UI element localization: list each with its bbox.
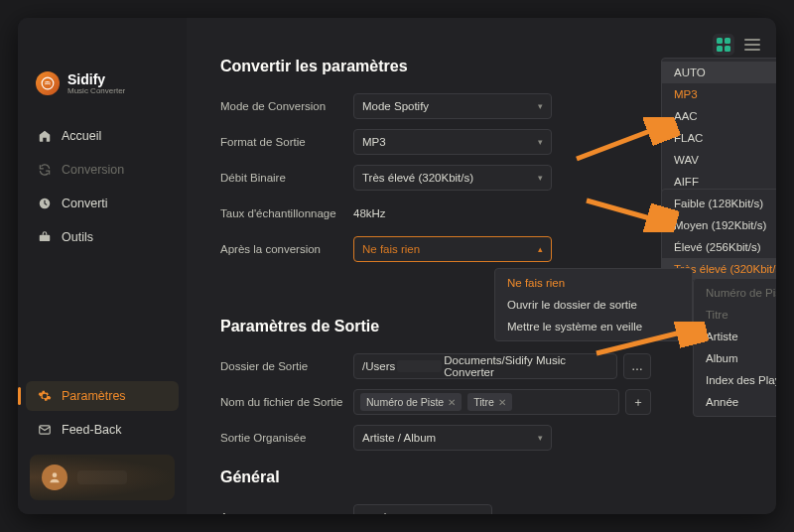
- row-label: Après la conversion: [220, 243, 353, 255]
- settings-panel: Convertir les paramètres Mode de Convers…: [187, 18, 776, 514]
- format-option[interactable]: AAC: [662, 105, 776, 127]
- remove-chip-icon[interactable]: ✕: [448, 397, 456, 408]
- sidebar-bottom-nav: Paramètres Feed-Back: [18, 381, 187, 455]
- svg-rect-2: [40, 235, 51, 241]
- sidebar-item-label: Paramètres: [62, 389, 126, 403]
- sidebar-item-label: Converti: [62, 197, 108, 210]
- sidebar-item-feedback[interactable]: Feed-Back: [26, 415, 179, 445]
- toolbox-icon: [38, 230, 52, 244]
- row-label: Nom du fichier de Sortie: [220, 396, 353, 408]
- add-filename-token-button[interactable]: ＋: [625, 389, 651, 415]
- filename-option[interactable]: Numéro de Piste: [694, 282, 776, 304]
- select-value: Très élevé (320Kbit/s): [362, 172, 473, 184]
- mail-icon: [38, 423, 52, 437]
- filename-option[interactable]: Année: [694, 391, 776, 413]
- sidebar-item-tools[interactable]: Outils: [26, 222, 179, 252]
- brand: Sidify Music Converter: [18, 71, 187, 121]
- row-label: Sortie Organisée: [220, 432, 353, 444]
- select-value: MP3: [362, 136, 386, 148]
- chip-title[interactable]: Titre✕: [467, 393, 512, 411]
- chevron-up-icon: ▴: [538, 244, 543, 254]
- select-value: sombre: [362, 511, 400, 514]
- chevron-down-icon: ▾: [538, 173, 543, 183]
- format-option[interactable]: WAV: [662, 149, 776, 171]
- chevron-down-icon: ▾: [538, 433, 543, 443]
- filename-option[interactable]: Titre: [694, 304, 776, 326]
- account-name-redacted: [77, 470, 127, 484]
- bitrate-option[interactable]: Moyen (192Kbit/s): [662, 214, 776, 236]
- gear-icon: [38, 389, 52, 403]
- format-option[interactable]: AUTO: [662, 62, 776, 83]
- format-option[interactable]: MP3: [662, 83, 776, 105]
- filename-chips[interactable]: Numéro de Piste✕ Titre✕: [353, 389, 619, 415]
- row-output-folder: Dossier de Sortie /Users Documents/Sidif…: [220, 351, 742, 381]
- sidebar-item-home[interactable]: Accueil: [26, 121, 179, 151]
- samplerate-value: 48kHz: [353, 207, 386, 219]
- path-prefix: /Users: [362, 360, 395, 372]
- select-value: Artiste / Album: [362, 432, 436, 444]
- row-label: Débit Binaire: [220, 172, 353, 184]
- chip-track-number[interactable]: Numéro de Piste✕: [360, 393, 462, 411]
- path-suffix: Documents/Sidify Music Converter: [444, 354, 608, 378]
- filename-token-dropdown: Numéro de Piste Titre Artiste Album Inde…: [693, 278, 776, 417]
- bitrate-option[interactable]: Faible (128Kbit/s): [662, 193, 776, 214]
- sidebar-item-conversion[interactable]: Conversion: [26, 155, 179, 185]
- home-icon: [38, 129, 52, 143]
- convert-icon: [38, 163, 52, 177]
- chevron-down-icon: ▾: [538, 101, 543, 111]
- sidebar-item-label: Conversion: [62, 163, 124, 177]
- avatar-icon: [42, 465, 67, 490]
- brand-logo-icon: [36, 71, 60, 95]
- svg-point-4: [53, 472, 58, 477]
- brand-subtitle: Music Converter: [67, 86, 125, 95]
- row-label: Dossier de Sortie: [220, 360, 353, 372]
- sidebar-nav: Accueil Conversion Converti Outils: [18, 121, 187, 252]
- sidebar: Sidify Music Converter Accueil Conversio…: [18, 18, 187, 514]
- sidebar-item-settings[interactable]: Paramètres: [26, 381, 179, 411]
- section-title-general: Général: [220, 468, 742, 486]
- appearance-select[interactable]: sombre▾: [353, 504, 492, 514]
- remove-chip-icon[interactable]: ✕: [498, 397, 506, 408]
- after-option[interactable]: Ne fais rien: [495, 272, 692, 294]
- after-conversion-select[interactable]: Ne fais rien▴: [353, 236, 552, 262]
- select-value: Mode Spotify: [362, 100, 429, 112]
- filename-option[interactable]: Album: [694, 347, 776, 369]
- output-folder-field[interactable]: /Users Documents/Sidify Music Converter: [353, 353, 617, 379]
- path-redacted: [397, 360, 442, 372]
- row-appearance: Apparence sombre▾: [220, 502, 742, 514]
- after-conversion-dropdown: Ne fais rien Ouvrir le dossier de sortie…: [494, 268, 693, 341]
- sidebar-item-label: Outils: [62, 230, 93, 244]
- chevron-down-icon: ▾: [538, 137, 543, 147]
- row-organized-output: Sortie Organisée Artiste / Album▾: [220, 423, 742, 453]
- sidebar-item-label: Accueil: [62, 129, 101, 143]
- output-format-select[interactable]: MP3▾: [353, 129, 552, 155]
- sidebar-item-label: Feed-Back: [62, 423, 121, 437]
- chevron-down-icon: ▾: [478, 512, 483, 514]
- bitrate-option[interactable]: Élevé (256Kbit/s): [662, 236, 776, 258]
- after-option[interactable]: Ouvrir le dossier de sortie: [495, 294, 692, 316]
- format-option[interactable]: FLAC: [662, 127, 776, 149]
- after-option[interactable]: Mettre le système en veille: [495, 316, 692, 337]
- row-label: Apparence: [220, 511, 353, 514]
- browse-folder-button[interactable]: …: [623, 353, 651, 379]
- row-output-filename: Nom du fichier de Sortie Numéro de Piste…: [220, 387, 742, 417]
- row-label: Taux d'échantillonnage: [220, 207, 353, 219]
- filename-option[interactable]: Index des Playlists: [694, 369, 776, 391]
- account-card[interactable]: [30, 455, 175, 500]
- conversion-mode-select[interactable]: Mode Spotify▾: [353, 93, 552, 119]
- organized-output-select[interactable]: Artiste / Album▾: [353, 425, 552, 451]
- clock-icon: [38, 197, 52, 210]
- sidebar-item-converted[interactable]: Converti: [26, 189, 179, 218]
- row-label: Mode de Conversion: [220, 100, 353, 112]
- bitrate-select[interactable]: Très élevé (320Kbit/s)▾: [353, 165, 552, 191]
- app-window: Sidify Music Converter Accueil Conversio…: [18, 18, 776, 514]
- select-value: Ne fais rien: [362, 243, 420, 255]
- brand-title: Sidify: [67, 72, 125, 86]
- row-label: Format de Sortie: [220, 136, 353, 148]
- filename-option[interactable]: Artiste: [694, 326, 776, 347]
